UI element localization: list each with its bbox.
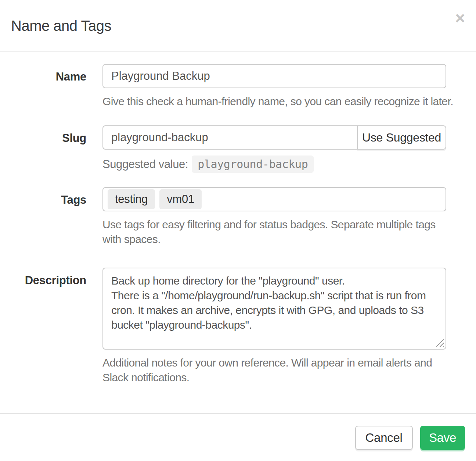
- tags-help-line-1: Use tags for easy filtering and for stat…: [102, 217, 446, 232]
- name-field-row: Name Give this check a human-friendly na…: [11, 64, 446, 109]
- description-field-row: Description Back up home directory for t…: [11, 268, 446, 385]
- dialog-title: Name and Tags: [11, 18, 465, 34]
- description-textarea[interactable]: Back up home directory for the "playgrou…: [102, 268, 446, 350]
- slug-input[interactable]: [102, 125, 358, 150]
- cancel-button[interactable]: Cancel: [355, 426, 413, 450]
- suggested-value-code: playground-backup: [192, 156, 314, 173]
- slug-field-row: Slug Use Suggested Suggested value:playg…: [11, 125, 446, 173]
- description-textarea-wrap: Back up home directory for the "playgrou…: [102, 268, 446, 350]
- slug-input-group: Use Suggested: [102, 125, 446, 150]
- description-help-text: Additional notes for your own reference.…: [102, 355, 446, 385]
- tags-help-line-2: with spaces.: [102, 232, 446, 247]
- description-help-line-1: Additional notes for your own reference.…: [102, 355, 446, 370]
- name-help-text: Give this check a human-friendly name, s…: [102, 94, 446, 109]
- suggested-value-line: Suggested value:playground-backup: [102, 156, 446, 173]
- tags-field-row: Tags testingvm01 Use tags for easy filte…: [11, 187, 446, 247]
- description-help-line-2: Slack notifications.: [102, 370, 446, 385]
- close-icon[interactable]: ×: [455, 10, 465, 26]
- tags-label: Tags: [11, 187, 102, 207]
- dialog-body: Name Give this check a human-friendly na…: [0, 52, 476, 385]
- tag-chip[interactable]: vm01: [159, 189, 202, 209]
- name-and-tags-dialog: Name and Tags × Name Give this check a h…: [0, 0, 476, 461]
- name-input[interactable]: [102, 64, 446, 88]
- use-suggested-button[interactable]: Use Suggested: [357, 125, 446, 150]
- name-label: Name: [11, 64, 102, 83]
- dialog-footer: Cancel Save: [0, 413, 476, 461]
- tags-help-text: Use tags for easy filtering and for stat…: [102, 217, 446, 247]
- slug-label: Slug: [11, 125, 102, 145]
- suggested-value-prefix: Suggested value:: [102, 158, 188, 171]
- tags-input[interactable]: testingvm01: [102, 187, 446, 211]
- description-label: Description: [11, 268, 102, 287]
- tag-chip[interactable]: testing: [108, 189, 155, 209]
- dialog-header: Name and Tags ×: [0, 0, 476, 52]
- save-button[interactable]: Save: [420, 426, 465, 450]
